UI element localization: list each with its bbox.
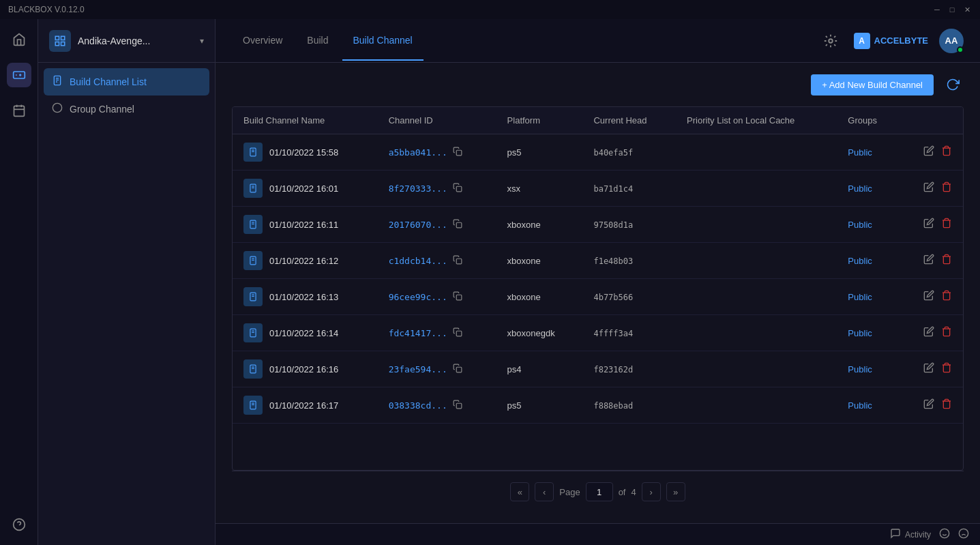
top-nav: Overview Build Build Channel A ACCELBYTE… (216, 19, 980, 63)
delete-row-button-2[interactable] (941, 218, 952, 231)
home-icon[interactable] (7, 27, 31, 52)
cell-groups-3: Public (837, 243, 900, 279)
calendar-icon[interactable] (7, 98, 31, 123)
col-header-actions (900, 107, 963, 134)
delete-row-button-5[interactable] (941, 326, 952, 340)
status-bar: Activity (216, 523, 980, 545)
col-header-name: Build Channel Name (233, 107, 378, 134)
copy-channel-id-button-7[interactable] (453, 400, 462, 411)
cell-platform-7: ps5 (496, 387, 583, 424)
copy-channel-id-button-0[interactable] (453, 147, 462, 158)
cell-groups-1: Public (837, 171, 900, 207)
edit-row-button-1[interactable] (923, 181, 934, 195)
minimize-button[interactable]: ─ (932, 5, 942, 14)
sidebar-header[interactable]: Andika-Avenge... ▾ (38, 19, 215, 63)
sidebar-item-build-channel-list[interactable]: Build Channel List (44, 68, 209, 95)
svg-rect-8 (61, 36, 65, 40)
cell-platform-1: xsx (496, 171, 583, 207)
delete-row-button-0[interactable] (941, 145, 952, 159)
pagination: « ‹ Page of 4 › » (232, 471, 964, 512)
svg-rect-28 (456, 222, 462, 228)
svg-rect-24 (456, 186, 462, 192)
add-new-build-channel-button[interactable]: + Add New Build Channel (811, 74, 934, 95)
sidebar-chevron-icon: ▾ (200, 36, 204, 46)
refresh-button[interactable] (942, 74, 964, 95)
game-icon[interactable] (7, 63, 31, 87)
edit-row-button-4[interactable] (923, 290, 934, 304)
status-activity[interactable]: Activity (890, 528, 931, 541)
channel-row-icon-4 (243, 287, 263, 306)
cell-actions-1 (900, 171, 963, 207)
settings-icon[interactable] (818, 29, 843, 53)
status-feedback-positive[interactable] (939, 528, 950, 541)
cell-priority-6 (676, 351, 837, 387)
channel-id-text-7: 038338cd... (389, 400, 447, 411)
cell-actions-5 (900, 315, 963, 351)
sidebar-nav: Build Channel List Group Channel (38, 63, 215, 545)
channel-name-text-7: 01/10/2022 16:17 (269, 400, 338, 411)
pagination-last-button[interactable]: » (666, 482, 685, 501)
cell-channel-id-0: a5bba041... (378, 134, 496, 171)
svg-rect-10 (61, 42, 65, 45)
window-title: BLACKBOX V.0.12.0 (8, 5, 85, 14)
channel-id-text-1: 8f270333... (389, 183, 447, 194)
table-row: 01/10/2022 16:14 fdc41417... xboxonegdk … (233, 315, 963, 351)
delete-row-button-6[interactable] (941, 362, 952, 376)
pagination-total-pages: 4 (631, 487, 636, 497)
pagination-prev-button[interactable]: ‹ (535, 482, 554, 501)
cell-priority-5 (676, 315, 837, 351)
edit-row-button-3[interactable] (923, 254, 934, 267)
group-channel-icon (52, 102, 63, 116)
cell-priority-2 (676, 207, 837, 243)
pagination-page-input[interactable] (586, 482, 613, 501)
accelbyte-brand: A ACCELBYTE (854, 33, 928, 49)
svg-rect-40 (456, 331, 462, 336)
cell-channel-id-3: c1ddcb14... (378, 243, 496, 279)
channel-row-icon-5 (243, 323, 263, 342)
copy-channel-id-button-1[interactable] (453, 183, 462, 194)
pagination-next-button[interactable]: › (642, 482, 661, 501)
cell-priority-7 (676, 387, 837, 424)
close-button[interactable]: ✕ (962, 5, 972, 14)
cell-name-0: 01/10/2022 15:58 (233, 134, 378, 171)
tab-build-channel[interactable]: Build Channel (342, 21, 424, 61)
copy-channel-id-button-6[interactable] (453, 364, 462, 375)
status-feedback-negative[interactable] (958, 528, 969, 541)
svg-point-49 (940, 529, 949, 537)
copy-channel-id-button-3[interactable] (453, 255, 462, 267)
edit-row-button-7[interactable] (923, 398, 934, 412)
sidebar-item-group-channel[interactable]: Group Channel (44, 95, 209, 123)
titlebar: BLACKBOX V.0.12.0 ─ □ ✕ (0, 0, 980, 19)
cell-channel-id-1: 8f270333... (378, 171, 496, 207)
channel-row-icon-3 (243, 251, 263, 270)
channel-row-icon-0 (243, 143, 263, 162)
cell-current-head-2: 97508d1a (582, 207, 676, 243)
edit-row-button-2[interactable] (923, 218, 934, 231)
col-header-platform: Platform (496, 107, 583, 134)
copy-channel-id-button-4[interactable] (453, 291, 462, 303)
edit-row-button-5[interactable] (923, 326, 934, 340)
delete-row-button-4[interactable] (941, 290, 952, 304)
avatar[interactable]: AA (939, 29, 964, 53)
help-icon[interactable] (7, 512, 31, 537)
tab-overview[interactable]: Overview (232, 21, 293, 61)
delete-row-button-7[interactable] (941, 398, 952, 412)
maximize-button[interactable]: □ (947, 5, 957, 14)
cell-current-head-5: 4ffff3a4 (582, 315, 676, 351)
channel-id-text-3: c1ddcb14... (389, 256, 447, 266)
svg-rect-36 (456, 295, 462, 300)
edit-row-button-0[interactable] (923, 145, 934, 159)
tab-build[interactable]: Build (296, 21, 339, 61)
copy-channel-id-button-5[interactable] (453, 327, 462, 339)
delete-row-button-3[interactable] (941, 254, 952, 267)
svg-rect-1 (14, 106, 24, 116)
pagination-first-button[interactable]: « (510, 482, 529, 501)
nav-actions: A ACCELBYTE AA (818, 29, 964, 53)
cell-priority-3 (676, 243, 837, 279)
cell-priority-0 (676, 134, 837, 171)
delete-row-button-1[interactable] (941, 181, 952, 195)
avatar-initials: AA (945, 35, 958, 46)
sidebar-app-title: Andika-Avenge... (78, 35, 193, 46)
edit-row-button-6[interactable] (923, 362, 934, 376)
copy-channel-id-button-2[interactable] (453, 219, 462, 231)
